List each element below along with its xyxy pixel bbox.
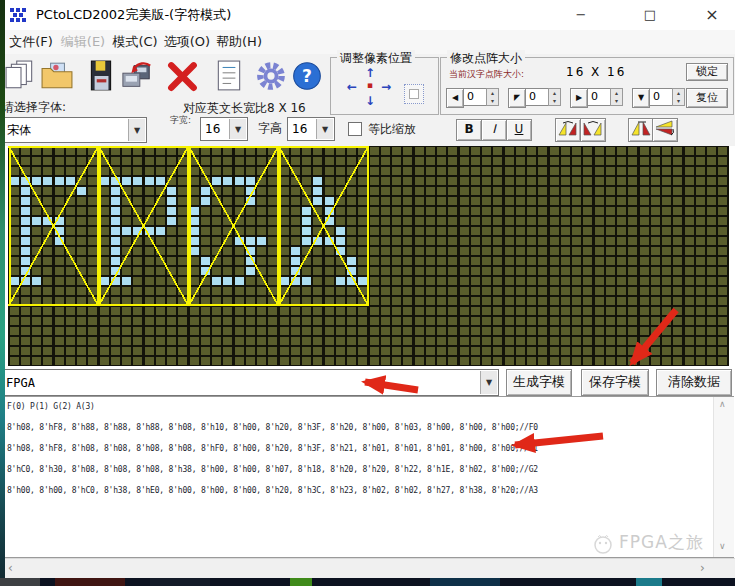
shift-left-limit-icon[interactable]: ◀ bbox=[446, 88, 464, 108]
char-height-combobox[interactable]: 16 ▼ bbox=[287, 117, 335, 141]
svg-text:?: ? bbox=[302, 66, 312, 86]
flip-horizontal-button[interactable] bbox=[628, 118, 654, 142]
delete-button[interactable] bbox=[166, 57, 200, 97]
new-icon bbox=[5, 59, 37, 93]
close-button[interactable]: × bbox=[689, 0, 735, 30]
output-line-f: 8'h08, 8'hF8, 8'h88, 8'h88, 8'h88, 8'h08… bbox=[7, 423, 538, 432]
save-as-icon bbox=[121, 59, 153, 93]
scroll-up-icon[interactable]: ∧ bbox=[719, 399, 726, 409]
char-width-value: 16 bbox=[205, 118, 220, 140]
center-pixels-button[interactable]: ▪ bbox=[365, 80, 375, 90]
reset-button[interactable]: 复位 bbox=[686, 88, 728, 108]
delete-icon bbox=[167, 59, 199, 93]
char-width-combobox[interactable]: 16 ▼ bbox=[200, 117, 248, 141]
new-button[interactable] bbox=[4, 57, 38, 97]
open-icon bbox=[41, 59, 73, 93]
menu-item-options[interactable]: 选项(O) bbox=[162, 30, 212, 54]
shift-right-icon[interactable]: ▶ bbox=[570, 88, 588, 108]
flip-vertical-button[interactable] bbox=[652, 118, 678, 142]
char-input-field[interactable] bbox=[4, 372, 468, 393]
char-input-combobox[interactable]: ▼ bbox=[1, 369, 499, 396]
notes-icon bbox=[213, 59, 245, 93]
window-title: PCtoLCD2002完美版-(字符模式) bbox=[36, 0, 231, 30]
rotate-left-icon bbox=[557, 119, 579, 137]
char-width-arrow-icon[interactable]: ▼ bbox=[229, 119, 246, 139]
bold-button[interactable]: B bbox=[456, 119, 482, 141]
move-down-button[interactable]: ↓ bbox=[363, 95, 377, 107]
char-input-arrow-icon[interactable]: ▼ bbox=[480, 371, 497, 394]
watermark: FPGA之旅 bbox=[592, 531, 732, 557]
led-matrix-grid[interactable] bbox=[8, 146, 729, 366]
generate-font-button[interactable]: 生成字模 bbox=[506, 369, 572, 396]
help-icon: ? bbox=[291, 59, 323, 93]
char-height-label: 字高 bbox=[258, 120, 282, 137]
output-line-g: 8'hC0, 8'h30, 8'h08, 8'h08, 8'h08, 8'h38… bbox=[7, 465, 538, 474]
menu-item-help[interactable]: 帮助(H) bbox=[214, 30, 264, 54]
matrix-size-group-title: 修改点阵大小 bbox=[447, 50, 525, 67]
help-button[interactable]: ? bbox=[290, 57, 324, 97]
current-size-label: 当前汉字点阵大小: bbox=[449, 68, 524, 81]
corner-icon[interactable]: ◤ bbox=[508, 88, 526, 108]
led-matrix[interactable] bbox=[8, 146, 729, 366]
ascii-ratio-label: 对应英文长宽比8 X 16 bbox=[183, 100, 306, 117]
font-combobox-value: 宋体 bbox=[7, 118, 31, 142]
char-height-value: 16 bbox=[292, 118, 307, 140]
move-right-button[interactable]: → bbox=[379, 81, 393, 93]
font-combobox-arrow-icon[interactable]: ▼ bbox=[128, 119, 145, 141]
save-font-button[interactable]: 保存字模 bbox=[581, 369, 649, 396]
flip-horizontal-icon bbox=[630, 119, 652, 137]
menu-item-file[interactable]: 文件(F) bbox=[6, 30, 56, 54]
flip-vertical-icon bbox=[654, 119, 676, 137]
spinner-buttons-4[interactable]: ▴▾ bbox=[672, 88, 685, 106]
spinner-field-3[interactable]: 0 bbox=[587, 88, 612, 106]
maximize-button[interactable]: □ bbox=[627, 0, 673, 30]
underline-button[interactable]: U bbox=[506, 119, 532, 141]
pixel-position-group-title: 调整像素位置 bbox=[337, 50, 415, 67]
shift-down-icon[interactable]: ▼ bbox=[632, 88, 650, 108]
spinner-buttons-1[interactable]: ▴▾ bbox=[486, 88, 499, 106]
spinner-buttons-3[interactable]: ▴▾ bbox=[610, 88, 623, 106]
toolbar: ? 调整像素位置 ↑ ← ▪ → ↓ 修改点阵大小 当前汉字点阵大小: 16 X… bbox=[0, 54, 735, 146]
move-left-button[interactable]: ← bbox=[345, 81, 359, 93]
spinner-field-1[interactable]: 0 bbox=[463, 88, 488, 106]
app-icon bbox=[9, 6, 29, 24]
selection-box-icon bbox=[409, 89, 419, 99]
matrix-size-group: 修改点阵大小 当前汉字点阵大小: 16 X 16 锁定 ◀ 0 ▴▾ ◤ 0 ▴… bbox=[440, 57, 734, 115]
spinner-buttons-2[interactable]: ▴▾ bbox=[548, 88, 561, 106]
rotate-left-button[interactable] bbox=[555, 118, 581, 142]
spinner-field-4[interactable]: 0 bbox=[649, 88, 674, 106]
app-window: PCtoLCD2002完美版-(字符模式) − □ × 文件(F) 编辑(E) … bbox=[0, 0, 735, 586]
save-icon bbox=[85, 59, 117, 93]
desktop-edge-left bbox=[0, 0, 5, 578]
titlebar: PCtoLCD2002完美版-(字符模式) − □ × bbox=[0, 0, 735, 30]
menu-item-mode[interactable]: 模式(C) bbox=[110, 30, 160, 54]
output-header-line: F(0) P(1) G(2) A(3) bbox=[7, 402, 95, 411]
menu-item-edit[interactable]: 编辑(E) bbox=[58, 30, 108, 54]
rotate-right-icon bbox=[582, 119, 604, 137]
notes-button[interactable] bbox=[212, 57, 246, 97]
scroll-left-icon[interactable]: ‹ bbox=[8, 559, 13, 577]
clear-data-button[interactable]: 清除数据 bbox=[656, 369, 732, 396]
spinner-field-2[interactable]: 0 bbox=[525, 88, 550, 106]
char-height-arrow-icon[interactable]: ▼ bbox=[316, 119, 333, 139]
save-button-toolbar[interactable] bbox=[84, 57, 118, 97]
scroll-right-icon[interactable]: › bbox=[700, 559, 705, 577]
settings-button[interactable] bbox=[254, 57, 288, 97]
save-as-button[interactable] bbox=[120, 57, 154, 97]
current-size-value: 16 X 16 bbox=[566, 65, 626, 79]
watermark-logo-icon bbox=[592, 533, 614, 555]
selection-box-button[interactable] bbox=[404, 84, 424, 104]
open-button[interactable] bbox=[40, 57, 74, 97]
move-up-button[interactable]: ↑ bbox=[363, 67, 377, 79]
horizontal-scrollbar[interactable]: ‹ › bbox=[0, 558, 735, 578]
minimize-button[interactable]: − bbox=[558, 0, 604, 30]
lock-button[interactable]: 锁定 bbox=[686, 63, 728, 81]
italic-button[interactable]: I bbox=[481, 119, 507, 141]
scale-checkbox[interactable] bbox=[348, 122, 362, 136]
scale-checkbox-label: 等比缩放 bbox=[368, 121, 416, 138]
font-combobox[interactable]: 宋体 ▼ bbox=[2, 117, 147, 143]
output-line-p: 8'h08, 8'hF8, 8'h08, 8'h08, 8'h08, 8'h08… bbox=[7, 444, 538, 453]
char-width-label: 字宽: bbox=[170, 114, 191, 127]
rotate-right-button[interactable] bbox=[580, 118, 606, 142]
desktop-edge-bottom bbox=[0, 578, 735, 586]
